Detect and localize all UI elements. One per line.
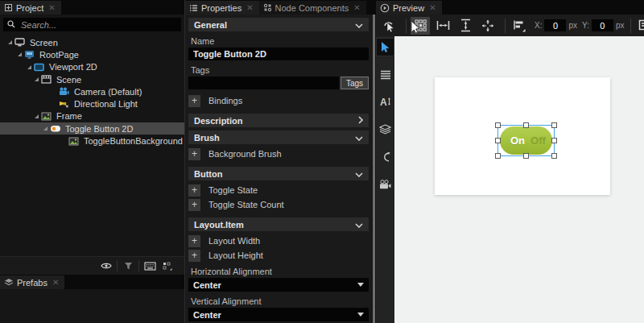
tree-item-rootpage[interactable]: RootPage xyxy=(0,48,184,60)
section-description[interactable]: Description xyxy=(188,114,369,127)
x-unit-label: px xyxy=(568,21,577,30)
resize-handle-e[interactable] xyxy=(551,138,557,143)
tree-label: Toggle Button 2D xyxy=(65,124,133,134)
expander-icon[interactable] xyxy=(26,65,33,69)
select-tool-button[interactable] xyxy=(377,39,394,56)
section-title: General xyxy=(194,20,227,30)
tree-item-camera[interactable]: Camera (Default) xyxy=(0,85,184,97)
section-title: Description xyxy=(194,116,243,126)
section-brush[interactable]: Brush xyxy=(188,130,369,144)
selection-box[interactable]: On Off xyxy=(497,125,555,156)
resize-handle-sw[interactable] xyxy=(495,153,501,159)
expander-icon[interactable] xyxy=(33,114,40,118)
tree-label: Camera (Default) xyxy=(74,87,142,97)
display-options-button[interactable] xyxy=(159,259,176,273)
tree-label: RootPage xyxy=(39,50,79,60)
layers-tool-button[interactable] xyxy=(377,121,394,138)
tree-item-scene[interactable]: Scene xyxy=(0,73,184,85)
resize-handle-se[interactable] xyxy=(551,153,557,159)
dropdown-value: Center xyxy=(193,280,221,290)
mouse-cursor-icon xyxy=(411,20,421,37)
tree-item-screen[interactable]: Screen xyxy=(0,36,184,48)
chevron-down-icon xyxy=(355,20,363,30)
close-icon[interactable]: ✕ xyxy=(48,4,55,12)
section-title: Button xyxy=(194,169,222,179)
image-icon xyxy=(68,137,80,146)
fit-width-button[interactable] xyxy=(433,17,452,35)
toggle-button-2d[interactable]: On Off xyxy=(500,126,552,155)
add-background-brush-button[interactable]: + xyxy=(188,148,200,160)
add-toggle-state-button[interactable]: + xyxy=(188,184,200,197)
expander-icon[interactable] xyxy=(33,77,40,81)
chevron-right-icon xyxy=(358,116,363,126)
tree-item-toggle-button-2d[interactable]: Toggle Button 2D xyxy=(0,122,184,135)
snap-bounds-button[interactable] xyxy=(635,17,644,35)
section-general[interactable]: General xyxy=(188,18,369,31)
dropdown-value: Center xyxy=(193,310,221,320)
project-bottom-toolbar xyxy=(0,256,184,275)
spline-tool-button[interactable] xyxy=(377,148,394,165)
camera-tool-button[interactable] xyxy=(377,176,394,193)
close-icon[interactable]: ✕ xyxy=(353,4,360,12)
toggle-on-label: On xyxy=(510,135,525,147)
fit-height-button[interactable] xyxy=(456,17,475,35)
preview-canvas[interactable]: On Off xyxy=(394,36,644,323)
alignment-tools-button[interactable] xyxy=(510,17,529,35)
text-tool-button[interactable]: A xyxy=(377,93,394,110)
tags-input[interactable] xyxy=(188,77,339,89)
tree-item-directional-light[interactable]: Directional Light xyxy=(0,97,184,110)
section-layout-item[interactable]: Layout.Item xyxy=(188,217,369,231)
tree-label: Frame xyxy=(56,111,82,121)
kanzi-studio-window: Project ✕ Screen RootPage xyxy=(0,0,644,323)
add-toggle-state-count-button[interactable]: + xyxy=(188,199,200,211)
resize-handle-s[interactable] xyxy=(523,153,529,159)
tree-item-togglebuttonbackground[interactable]: ToggleButtonBackground xyxy=(0,135,184,147)
expander-icon[interactable] xyxy=(6,40,14,44)
background-brush-row: + Background Brush xyxy=(188,147,369,160)
prefabs-tabbar: Prefabs ✕ xyxy=(0,275,184,289)
pick-node-button[interactable] xyxy=(379,17,398,35)
tab-node-components[interactable]: Node Components ✕ xyxy=(259,1,366,14)
grid-view-tool-button[interactable] xyxy=(377,66,394,83)
visibility-eye-button[interactable] xyxy=(97,259,115,273)
close-icon[interactable]: ✕ xyxy=(52,279,59,287)
tab-prefabs[interactable]: Prefabs ✕ xyxy=(0,275,64,289)
close-icon[interactable]: ✕ xyxy=(246,4,253,12)
page-icon xyxy=(23,50,35,59)
divider xyxy=(406,19,407,33)
vertical-alignment-dropdown[interactable]: Center xyxy=(188,308,369,321)
section-button[interactable]: Button xyxy=(188,167,369,180)
close-icon[interactable]: ✕ xyxy=(429,4,436,12)
tree-label: Scene xyxy=(56,75,81,85)
tab-properties[interactable]: Properties ✕ xyxy=(185,1,259,14)
search-input[interactable] xyxy=(19,19,177,31)
resize-handle-nw[interactable] xyxy=(495,122,501,128)
add-layout-height-button[interactable]: + xyxy=(188,250,200,262)
resize-handle-ne[interactable] xyxy=(551,122,557,128)
svg-text:A: A xyxy=(380,97,387,107)
add-binding-button[interactable]: + xyxy=(188,95,200,107)
scrollbar-thumb[interactable] xyxy=(373,14,375,323)
chevron-down-icon xyxy=(357,283,364,287)
tab-label: Preview xyxy=(393,3,424,13)
x-coordinate-input[interactable] xyxy=(544,19,566,31)
tags-button[interactable]: Tags xyxy=(341,77,369,89)
fit-screen-button[interactable] xyxy=(478,17,497,35)
tab-preview[interactable]: Preview ✕ xyxy=(376,1,442,14)
tree-item-viewport-2d[interactable]: Viewport 2D xyxy=(0,61,184,73)
tree-item-frame[interactable]: Frame xyxy=(0,110,184,122)
tab-project[interactable]: Project ✕ xyxy=(0,1,61,14)
expander-icon[interactable] xyxy=(42,126,49,130)
resize-handle-n[interactable] xyxy=(523,122,529,128)
add-layout-width-button[interactable]: + xyxy=(188,235,200,247)
toggle-state-label: Toggle State xyxy=(208,185,258,195)
name-input[interactable] xyxy=(188,48,369,60)
expander-icon[interactable] xyxy=(16,52,23,56)
tree-label: ToggleButtonBackground xyxy=(84,136,183,146)
camera-icon xyxy=(58,87,70,96)
keyboard-shortcuts-button[interactable] xyxy=(141,259,159,273)
resize-handle-w[interactable] xyxy=(495,138,501,143)
y-coordinate-input[interactable] xyxy=(592,19,613,31)
filter-funnel-button[interactable] xyxy=(119,259,137,273)
horizontal-alignment-dropdown[interactable]: Center xyxy=(188,278,369,292)
